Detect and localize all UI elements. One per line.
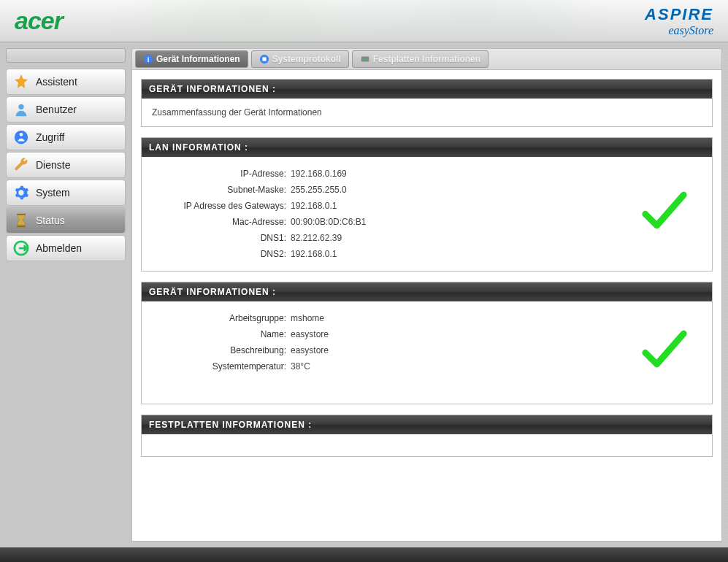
- section-body: IP-Adresse: 192.168.0.169 Subnet-Maske: …: [142, 157, 712, 271]
- nav-item-system[interactable]: System: [6, 180, 126, 206]
- info-row: DNS2: 192.168.0.1: [152, 246, 702, 262]
- nav-item-benutzer[interactable]: Benutzer: [6, 96, 126, 123]
- info-label: IP-Adresse:: [152, 166, 291, 182]
- checkmark-icon: [639, 188, 690, 241]
- info-row: Name: easystore: [152, 326, 702, 342]
- info-value: 192.168.0.169: [291, 166, 347, 182]
- tab-disk-info[interactable]: Festplatten Informationen: [352, 50, 488, 68]
- aspire-logo-sub: easyStore: [645, 24, 713, 37]
- nav-label: Benutzer: [36, 104, 77, 115]
- info-value: 192.168.0.1: [291, 246, 337, 262]
- info-row: Beschreibung: easystore: [152, 342, 702, 358]
- section-device-info-2: GERÄT INFORMATIONEN : Arbeitsgruppe: msh…: [141, 282, 713, 404]
- section-body: Zusammenfassung der Gerät Informationen: [142, 99, 712, 126]
- info-label: Systemtemperatur:: [152, 358, 291, 374]
- info-value: 38°C: [291, 358, 310, 374]
- info-label: DNS1:: [152, 230, 291, 246]
- svg-rect-9: [262, 57, 266, 61]
- checkmark-icon: [639, 326, 690, 380]
- tab-label: Gerät Informationen: [156, 54, 240, 64]
- svg-point-1: [15, 131, 28, 144]
- info-label: DNS2:: [152, 246, 291, 262]
- tab-label: Festplatten Informationen: [373, 54, 480, 64]
- wrench-icon: [12, 156, 30, 174]
- svg-rect-3: [17, 214, 26, 215]
- info-row: Subnet-Maske: 255.255.255.0: [152, 182, 702, 198]
- info-icon: i: [143, 54, 153, 64]
- device-summary-text: Zusammenfassung der Gerät Informationen: [152, 107, 322, 118]
- nav-item-assistent[interactable]: Assistent: [6, 69, 126, 95]
- sidebar-spacer: [6, 48, 126, 63]
- nav-item-abmelden[interactable]: Abmelden: [6, 235, 126, 261]
- info-value: 192.168.0.1: [291, 198, 337, 214]
- info-row: IP-Adresse: 192.168.0.169: [152, 166, 702, 182]
- nav-label: Dienste: [36, 159, 70, 171]
- nav-label: Assistent: [36, 76, 77, 88]
- section-device-summary: GERÄT INFORMATIONEN : Zusammenfassung de…: [141, 79, 713, 127]
- svg-text:i: i: [147, 55, 150, 63]
- info-value: mshome: [291, 310, 324, 326]
- info-value: easystore: [291, 326, 329, 342]
- info-label: Mac-Adresse:: [152, 214, 291, 230]
- acer-logo: acer: [15, 7, 63, 35]
- info-value: 255.255.255.0: [291, 182, 347, 198]
- gear-icon: [12, 184, 30, 201]
- svg-rect-4: [17, 226, 26, 228]
- info-label: Beschreibung:: [152, 342, 291, 358]
- user-icon: [12, 101, 30, 118]
- svg-point-0: [18, 104, 23, 109]
- info-label: IP Adresse des Gateways:: [152, 198, 291, 214]
- info-row: Arbeitsgruppe: mshome: [152, 310, 702, 326]
- nav-label: Status: [36, 215, 65, 226]
- hourglass-icon: [12, 212, 30, 229]
- tab-system-log[interactable]: Systemprotokoll: [251, 50, 349, 68]
- info-value: easystore: [291, 342, 329, 358]
- access-icon: [12, 128, 30, 146]
- log-icon: [259, 54, 269, 64]
- info-label: Subnet-Maske:: [152, 182, 291, 198]
- info-row: Mac-Adresse: 00:90:0B:0D:C6:B1: [152, 214, 702, 230]
- main-content: i Gerät Informationen Systemprotokoll Fe…: [131, 42, 728, 547]
- svg-point-11: [364, 58, 367, 61]
- nav-label: Abmelden: [36, 242, 82, 254]
- tab-label: Systemprotokoll: [272, 54, 341, 64]
- aspire-logo: ASPIRE easyStore: [645, 5, 713, 37]
- section-disk-info: FESTPLATTEN INFORMATIONEN :: [141, 415, 713, 457]
- tab-device-info[interactable]: i Gerät Informationen: [135, 50, 248, 68]
- star-icon: [12, 73, 30, 91]
- section-header: GERÄT INFORMATIONEN :: [142, 282, 712, 301]
- panel-area: GERÄT INFORMATIONEN : Zusammenfassung de…: [131, 70, 722, 542]
- tab-bar: i Gerät Informationen Systemprotokoll Fe…: [131, 48, 722, 70]
- section-body: [142, 434, 712, 456]
- info-value: 82.212.62.39: [291, 230, 342, 246]
- info-row: Systemtemperatur: 38°C: [152, 358, 702, 374]
- section-header: LAN INFORMATION :: [142, 138, 712, 157]
- nav-item-dienste[interactable]: Dienste: [6, 152, 126, 178]
- nav-item-status[interactable]: Status: [6, 207, 126, 234]
- nav-item-zugriff[interactable]: Zugriff: [6, 124, 126, 150]
- sidebar: Assistent Benutzer Zugriff Dienste Syste: [0, 42, 131, 547]
- info-label: Arbeitsgruppe:: [152, 310, 291, 326]
- svg-point-2: [20, 133, 23, 136]
- aspire-logo-main: ASPIRE: [645, 5, 713, 24]
- section-header: GERÄT INFORMATIONEN :: [142, 80, 712, 99]
- info-row: DNS1: 82.212.62.39: [152, 230, 702, 246]
- info-value: 00:90:0B:0D:C6:B1: [291, 214, 366, 230]
- nav-label: Zugriff: [36, 131, 64, 143]
- header: acer ASPIRE easyStore: [0, 0, 728, 42]
- footer: [0, 547, 728, 562]
- section-header: FESTPLATTEN INFORMATIONEN :: [142, 415, 712, 434]
- section-lan-info: LAN INFORMATION : IP-Adresse: 192.168.0.…: [141, 137, 713, 272]
- nav-label: System: [36, 187, 70, 199]
- disk-icon: [360, 54, 370, 64]
- section-body: Arbeitsgruppe: mshome Name: easystore Be…: [142, 301, 712, 404]
- info-label: Name:: [152, 326, 291, 342]
- info-row: IP Adresse des Gateways: 192.168.0.1: [152, 198, 702, 214]
- logout-icon: [12, 239, 30, 257]
